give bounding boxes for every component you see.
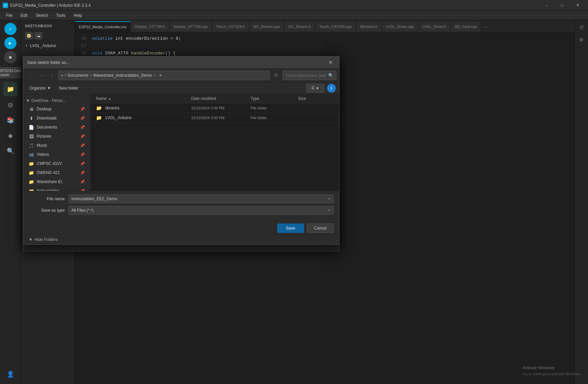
sidebar-debug-btn[interactable]: ◆	[3, 129, 18, 143]
file-item-lvgl[interactable]: 📁 LVGL_Arduino 10/13/2024 3:50 PM File f…	[91, 113, 339, 123]
tab-main[interactable]: ESP32_Media_Controller.ino	[75, 21, 131, 32]
search-input[interactable]	[286, 73, 326, 77]
view-dropdown-icon: ▼	[316, 86, 319, 90]
sketch-cloud-btn[interactable]: ☁	[34, 32, 42, 39]
nav-item-sweng[interactable]: 📁 SWENG 421 📌	[25, 168, 89, 177]
maximize-button[interactable]: □	[554, 0, 570, 11]
filename-input[interactable]	[71, 197, 328, 201]
dialog-title-bar: Save sketch folder as... ✕	[23, 57, 339, 69]
breadcrumb-sep-0: >	[64, 73, 66, 78]
sidebar-account-btn[interactable]: 👤	[3, 367, 18, 381]
breadcrumb-dropdown-btn[interactable]: ▼	[157, 72, 164, 79]
app-icon: A	[3, 3, 8, 8]
nav-item-pictures[interactable]: 🖼 Pictures 📌	[25, 132, 89, 141]
window-controls: − □ ✕	[539, 0, 585, 11]
onedrive-group[interactable]: ▼ OneDrive - Perso...	[23, 97, 90, 104]
menu-help[interactable]: Help	[70, 12, 86, 19]
close-button[interactable]: ✕	[570, 0, 585, 11]
sidebar-boards-btn[interactable]: ◍	[3, 98, 18, 112]
serial-monitor-btn[interactable]: ⚙	[577, 35, 586, 44]
save-button[interactable]: Save	[277, 223, 304, 233]
nav-item-waveshare[interactable]: 📁 Waveshare El. 📌	[25, 177, 89, 186]
col-date-label: Date modified	[191, 96, 216, 101]
tab-10[interactable]: SD_Card.cpp	[451, 21, 481, 32]
sketch-folder-item[interactable]: ▼ LVGL_Arduino	[21, 42, 74, 49]
refresh-button[interactable]: ↻	[272, 71, 281, 80]
col-size-label: Size	[298, 96, 306, 101]
menu-sketch[interactable]: Sketch	[32, 12, 52, 19]
tabs-bar: ESP32_Media_Controller.ino Display_ST778…	[75, 20, 575, 32]
cancel-button[interactable]: Cancel	[307, 223, 334, 233]
nav-pictures-label: Pictures	[37, 134, 77, 139]
videos-pin-icon: 📌	[80, 152, 85, 157]
breadcrumb-sep-1: >	[90, 73, 92, 78]
saveas-dropdown-icon[interactable]: ▼	[328, 209, 331, 212]
tab-7[interactable]: Wireless.h	[356, 21, 382, 32]
upload-button[interactable]: ►	[4, 37, 17, 49]
organize-button[interactable]: Organize ▼	[27, 84, 54, 92]
minimize-button[interactable]: −	[539, 0, 554, 11]
tab-5[interactable]: I2C_Drivers.h	[284, 21, 315, 32]
tab-2[interactable]: Display_ST7789.cpp	[169, 21, 212, 32]
file-name-lvgl: LVGL_Arduino	[105, 115, 191, 120]
sidebar-search-btn[interactable]: 🔍	[3, 144, 18, 158]
sketch-computer-btn[interactable]: 📀	[25, 32, 33, 39]
breadcrumb-item-1[interactable]: ▪	[61, 73, 63, 78]
col-header-name[interactable]: Name ▲	[96, 96, 191, 101]
sidebar-sketchbook-btn[interactable]: 📁	[3, 82, 18, 96]
breadcrumb-path[interactable]: ▪ > Documents > Waveshare_Instructables_…	[58, 71, 270, 80]
documents-pin-icon: 📌	[80, 125, 85, 130]
info-button[interactable]: i	[327, 84, 336, 93]
music-icon: 🎵	[29, 143, 34, 148]
tab-9[interactable]: LVGL_Driver.h	[418, 21, 451, 32]
sidebar-libraries-btn[interactable]: 📚	[3, 113, 18, 127]
folder-chevron: ▼	[25, 44, 28, 47]
saveas-input[interactable]	[71, 208, 328, 213]
dialog-close-button[interactable]: ✕	[326, 58, 335, 67]
serial-plotter-btn[interactable]: ⏱	[577, 23, 586, 32]
col-header-date[interactable]: Date modified	[191, 96, 251, 101]
nav-item-documents[interactable]: 📄 Documents 📌	[25, 123, 89, 132]
tab-1[interactable]: Display_ST7789.h	[131, 21, 169, 32]
sweng-folder-icon: 📁	[29, 170, 34, 175]
filename-dropdown-icon[interactable]: ▼	[328, 197, 331, 201]
view-toggle-button[interactable]: ☰ ▼	[306, 84, 324, 93]
breadcrumb-waveshare[interactable]: Waveshare_Instructables_Demo	[93, 73, 152, 78]
nav-item-cmpsc[interactable]: 📁 CMPSC 431V 📌	[25, 159, 89, 168]
nav-sweng-label: SWENG 421	[37, 170, 77, 175]
dialog-nav: ▼ OneDrive - Perso... 🖥 Desktop 📌 ⬇ Down…	[23, 94, 91, 191]
onedrive-label: OneDrive - Perso...	[31, 98, 66, 103]
save-dialog: Save sketch folder as... ✕ ← → ↑ ▪ > Doc…	[23, 56, 339, 245]
tabs-more-btn[interactable]: ···	[481, 21, 491, 32]
nav-videos-label: Videos	[37, 152, 77, 157]
col-name-label: Name	[96, 96, 107, 101]
tab-3[interactable]: Touch_CST328.h	[212, 21, 249, 32]
tab-8[interactable]: LVGL_Driver.cpp	[382, 21, 418, 32]
left-sidebar: ✓ ► ■ ▶ ESP32S3 Dev Module ▼ 📁 ◍ 📚 ◆ 🔍 👤	[0, 20, 21, 384]
hide-folders-row[interactable]: ▼ Hide Folders	[23, 234, 339, 244]
nav-item-videos[interactable]: 📹 Videos 📌	[25, 150, 89, 159]
debug-button[interactable]: ■	[4, 51, 17, 63]
tab-4[interactable]: I2C_Drivers.cpp	[249, 21, 284, 32]
file-item-libraries[interactable]: 📁 libraries 10/13/2024 3:44 PM File fold…	[91, 103, 339, 113]
title-bar: A ESP32_Media_Controller | Arduino IDE 2…	[0, 0, 588, 11]
tab-6[interactable]: Touch_CST328.cpp	[315, 21, 356, 32]
menu-edit[interactable]: Edit	[17, 12, 31, 19]
desktop-icon: 🖥	[29, 106, 34, 112]
nav-forward-button[interactable]: →	[37, 71, 45, 80]
nav-back-button[interactable]: ←	[26, 71, 35, 80]
new-folder-button[interactable]: New folder	[57, 84, 81, 92]
line-number: 16	[75, 35, 92, 42]
nav-up-button[interactable]: ↑	[47, 71, 56, 80]
downloads-icon: ⬇	[29, 115, 34, 121]
breadcrumb-documents[interactable]: Documents	[68, 73, 88, 78]
hide-folders-label: Hide Folders	[35, 237, 58, 242]
menu-tools[interactable]: Tools	[53, 12, 69, 19]
verify-button[interactable]: ✓	[4, 23, 17, 35]
resize-grip[interactable]: ⌝	[334, 240, 339, 244]
nav-item-downloads[interactable]: ⬇ Downloads 📌	[25, 114, 89, 123]
nav-item-music[interactable]: 🎵 Music 📌	[25, 141, 89, 150]
nav-item-desktop[interactable]: 🖥 Desktop 📌	[25, 105, 89, 113]
menu-file[interactable]: File	[3, 12, 16, 19]
nav-item-instructables[interactable]: 📁 Instructables 📌	[25, 186, 89, 191]
